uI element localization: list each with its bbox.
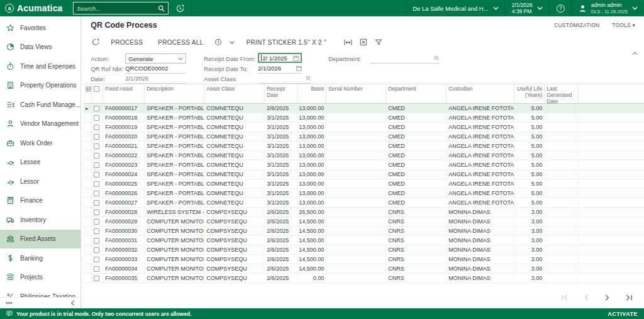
column-header-receipt-date[interactable]: Receipt Date (265, 84, 297, 103)
table-row[interactable]: FA00000029COMPUTER MONITOR - ...COMPSYSE… (84, 217, 644, 227)
table-row[interactable]: FA00000033COMPUTER MONITOR - ...COMPSYSE… (84, 255, 644, 264)
row-checkbox[interactable] (92, 198, 103, 207)
search-input[interactable] (77, 5, 158, 12)
table-row[interactable]: FA00000030COMPUTER MONITOR - ...COMPSYSE… (84, 227, 644, 236)
department-input[interactable] (370, 53, 440, 64)
schedule-icon[interactable] (211, 38, 226, 46)
table-row[interactable]: FA00000034COMPUTER MONITOR - ...COMPSYSE… (84, 264, 644, 274)
search-icon[interactable] (158, 5, 165, 12)
print-sticker-button[interactable]: PRINT STICKER 1.5" X 2 " (238, 39, 333, 46)
user-menu[interactable]: admin admin DLS - 11.28.2025 (572, 0, 644, 16)
refresh-icon[interactable] (88, 38, 103, 46)
column-header-serial-number[interactable]: Serial Number (326, 84, 386, 103)
row-checkbox[interactable] (92, 217, 103, 226)
global-search[interactable] (73, 2, 169, 14)
tenant-selector[interactable]: De La Salle Medical and H... (406, 0, 504, 16)
filter-settings-icon[interactable] (371, 39, 386, 46)
asset-class-input[interactable] (258, 74, 311, 84)
collapse-panel-icon[interactable] (632, 52, 638, 55)
next-page-icon[interactable] (604, 294, 610, 301)
sidebar-item-lessor[interactable]: Lessor (0, 172, 80, 191)
calendar-icon[interactable] (293, 55, 299, 61)
sidebar-more-button[interactable]: ••• (6, 299, 13, 306)
receipt-date-to-input[interactable]: 2/1/2026 (258, 64, 302, 74)
table-row[interactable]: FA00000024SPEAKER - PORTABLE ...COMNETEQ… (84, 170, 644, 179)
row-checkbox[interactable] (92, 208, 103, 216)
business-date-selector[interactable]: 2/1/2026 4:39 PM (506, 0, 549, 16)
export-to-excel-icon[interactable] (356, 38, 371, 46)
magnifier-icon[interactable] (306, 76, 311, 81)
first-page-icon[interactable] (561, 294, 569, 301)
table-row[interactable]: FA00000035COMPUTER MONITOR - ...COMPSYSE… (84, 274, 644, 283)
table-row[interactable]: FA00000027SPEAKER - PORTABLE ...COMNETEQ… (84, 198, 644, 208)
row-checkbox[interactable] (92, 151, 103, 160)
table-row[interactable]: FA00000019SPEAKER - PORTABLE ...COMNETEQ… (84, 123, 644, 132)
help-button[interactable]: ? (550, 0, 572, 16)
sidebar-item-philippines-taxation[interactable]: Philippines Taxation (0, 287, 80, 297)
row-checkbox[interactable] (92, 113, 103, 122)
row-checkbox[interactable] (92, 255, 103, 264)
table-row[interactable]: FA00000022SPEAKER - PORTABLE ...COMNETEQ… (84, 151, 644, 160)
qr-ref-input[interactable]: QRCODE00002 (125, 64, 186, 74)
schedule-dropdown-icon[interactable] (226, 41, 238, 44)
business-date-clock-icon[interactable] (169, 0, 191, 16)
action-select[interactable]: Generate (125, 53, 186, 64)
column-header-basis[interactable]: Basis (297, 84, 326, 103)
acumatica-logo[interactable]: a Acumatica (0, 0, 72, 16)
process-all-button[interactable]: PROCESS ALL (150, 39, 211, 46)
table-row[interactable]: FA00000025SPEAKER - PORTABLE ...COMNETEQ… (84, 179, 644, 189)
row-checkbox[interactable] (92, 104, 103, 113)
column-header-asset-class[interactable]: Asset Class (204, 84, 265, 103)
sidebar-item-work-order[interactable]: Work Order (0, 133, 80, 153)
sidebar-item-favorites[interactable]: Favorites (0, 18, 80, 38)
sidebar-item-inventory[interactable]: Inventory (0, 210, 80, 230)
sidebar-item-fixed-assets[interactable]: Fixed Assets (0, 230, 80, 249)
column-header-description[interactable]: Description (145, 84, 204, 103)
row-checkbox[interactable] (92, 245, 103, 254)
row-checkbox[interactable] (92, 123, 103, 132)
column-header-last-generated-date[interactable]: Last Generated Date (545, 84, 579, 103)
row-checkbox[interactable] (92, 160, 103, 169)
row-checkbox[interactable] (92, 170, 103, 179)
table-row[interactable]: FA00000032COMPUTER MONITOR - ...COMPSYSE… (84, 245, 644, 255)
process-button[interactable]: PROCESS (103, 39, 150, 46)
last-page-icon[interactable] (625, 294, 633, 301)
column-header-custodian[interactable]: Custodian (447, 84, 514, 103)
activate-button[interactable]: ACTIVATE (608, 311, 638, 317)
calendar-icon[interactable] (296, 65, 302, 71)
previous-page-icon[interactable] (584, 294, 589, 301)
row-checkbox[interactable] (92, 142, 103, 150)
sidebar-collapse-icon[interactable] (70, 300, 75, 306)
table-row[interactable]: FA00000023SPEAKER - PORTABLE ...COMNETEQ… (84, 160, 644, 170)
row-checkbox[interactable] (92, 274, 103, 283)
select-all-checkbox[interactable] (92, 84, 103, 103)
row-checkbox[interactable] (92, 179, 103, 188)
table-row[interactable]: FA00000021SPEAKER - PORTABLE ...COMNETEQ… (84, 142, 644, 151)
row-checkbox[interactable] (92, 236, 103, 245)
column-header-department[interactable]: Department (386, 84, 447, 103)
row-checkbox[interactable] (92, 227, 103, 235)
row-checkbox[interactable] (92, 264, 103, 273)
magnifier-icon[interactable] (434, 55, 440, 61)
row-checkbox[interactable] (92, 189, 103, 198)
receipt-date-from-input[interactable]: 2/ 1/2025 (258, 53, 302, 63)
table-row[interactable]: ▸FA00000017SPEAKER - PORTABLE ...COMNETE… (84, 104, 644, 113)
sidebar-item-cash-fund-manage[interactable]: $Cash Fund Manage... (0, 95, 80, 115)
sidebar-item-projects[interactable]: Projects (0, 268, 80, 288)
sidebar-item-finance[interactable]: Finance (0, 191, 80, 211)
grid-settings-icon[interactable] (84, 84, 92, 103)
table-row[interactable]: FA00000026SPEAKER - PORTABLE ...COMNETEQ… (84, 189, 644, 198)
sidebar-item-lessee[interactable]: Lessee (0, 153, 80, 172)
sidebar-item-time-and-expenses[interactable]: Time and Expenses (0, 57, 80, 76)
row-checkbox[interactable] (92, 132, 103, 141)
customization-link[interactable]: CUSTOMIZATION (554, 22, 599, 28)
table-row[interactable]: FA00000020SPEAKER - PORTABLE ...COMNETEQ… (84, 132, 644, 142)
table-row[interactable]: FA00000028WIRELESS SYSTEM - B...COMPSYSE… (84, 208, 644, 217)
column-header-useful-life-years[interactable]: Useful Life (Years) (514, 84, 545, 103)
table-row[interactable]: FA00000018SPEAKER - PORTABLE ...COMNETEQ… (84, 113, 644, 123)
sidebar-item-data-views[interactable]: Data Views (0, 38, 80, 57)
tools-menu[interactable]: TOOLS ▾ (612, 22, 635, 28)
column-header-fixed-asset[interactable]: Fixed Asset (103, 84, 145, 103)
fit-to-screen-icon[interactable] (340, 39, 356, 46)
sidebar-item-property-operations[interactable]: Property Operations (0, 76, 80, 96)
